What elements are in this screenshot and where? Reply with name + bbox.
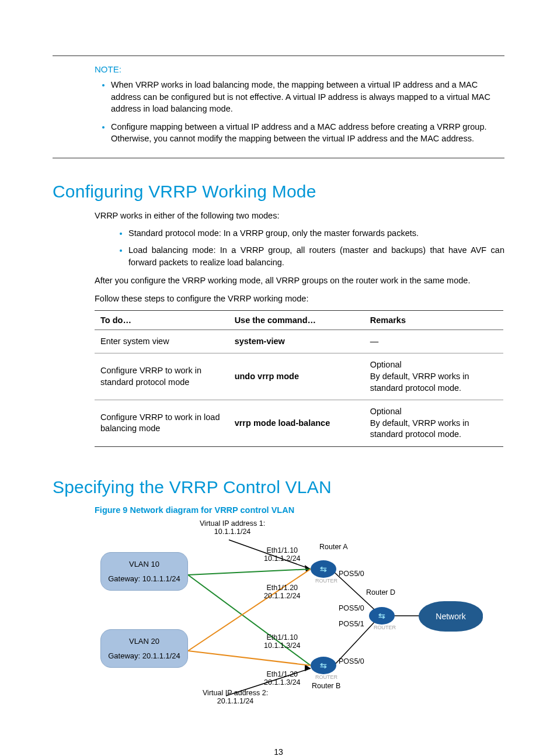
page-number: 13 [53, 747, 504, 756]
network-label: Network [436, 612, 465, 621]
router-d-icon: ⇆ [369, 607, 395, 625]
th-command: Use the command… [229, 310, 364, 330]
eth120-a-label: Eth1/1.20 20.1.1.2/24 [264, 584, 301, 601]
th-todo: To do… [95, 310, 229, 330]
vlan20-title: VLAN 20 [106, 637, 183, 646]
cell-todo: Enter system view [95, 330, 229, 353]
cell-command: system-view [229, 330, 364, 353]
after-text: After you configure the VRRP working mod… [95, 275, 504, 286]
svg-marker-3 [305, 664, 311, 671]
pos50b-label: POS5/0 [339, 657, 364, 665]
vlan10-box: VLAN 10 Gateway: 10.1.1.1/24 [100, 552, 188, 591]
vlan10-gateway: Gateway: 10.1.1.1/24 [106, 574, 183, 583]
router-under-label: ROUTER [315, 578, 337, 584]
pos50a-label: POS5/0 [339, 570, 364, 578]
command-table: To do… Use the command… Remarks Enter sy… [95, 310, 503, 447]
svg-line-7 [188, 569, 311, 575]
mode-item: Standard protocol mode: In a VRRP group,… [128, 227, 504, 240]
network-cloud: Network [419, 601, 483, 632]
intro-text: VRRP works in either of the following tw… [95, 210, 504, 221]
note-list: When VRRP works in load balancing mode, … [53, 79, 504, 145]
table-row: Configure VRRP to work in load balancing… [95, 400, 503, 447]
vlan10-title: VLAN 10 [106, 560, 183, 568]
cell-todo: Configure VRRP to work in load balancing… [95, 400, 229, 447]
cell-remarks: Optional By default, VRRP works in stand… [364, 400, 503, 447]
cell-command: undo vrrp mode [229, 353, 364, 400]
eth110-a-label: Eth1/1.10 10.1.1.2/24 [264, 546, 301, 563]
svg-marker-2 [305, 565, 311, 572]
router-a-label: Router A [319, 543, 348, 551]
note-box: NOTE: When VRRP works in load balancing … [53, 56, 504, 158]
heading-configuring-vrrp-working-mode: Configuring VRRP Working Mode [53, 182, 504, 202]
cell-command: vrrp mode load-balance [229, 400, 364, 447]
note-label: NOTE: [95, 64, 504, 74]
cell-todo: Configure VRRP to work in standard proto… [95, 353, 229, 400]
vip1-label: Virtual IP address 1: 10.1.1.1/24 [200, 519, 265, 536]
svg-line-10 [188, 651, 311, 665]
vlan20-gateway: Gateway: 20.1.1.1/24 [106, 651, 183, 660]
figure-caption: Figure 9 Network diagram for VRRP contro… [95, 505, 504, 515]
follow-text: Follow these steps to configure the VRRP… [95, 293, 504, 304]
router-a-icon: ⇆ [311, 560, 336, 578]
mode-list: Standard protocol mode: In a VRRP group,… [53, 227, 504, 269]
eth110-b-label: Eth1/1.10 10.1.1.3/24 [264, 633, 301, 650]
router-under-label: ROUTER [374, 625, 396, 630]
router-d-label: Router D [366, 588, 395, 597]
cell-remarks: — [364, 330, 503, 353]
router-b-label: Router B [312, 682, 340, 690]
heading-specifying-vrrp-control-vlan: Specifying the VRRP Control VLAN [53, 477, 504, 497]
router-b-icon: ⇆ [311, 657, 336, 674]
table-row: Configure VRRP to work in standard proto… [95, 353, 503, 400]
vip2-label: Virtual IP address 2: 20.1.1.1/24 [203, 689, 268, 706]
eth120-b-label: Eth1/1.20 20.1.1.3/24 [264, 670, 301, 687]
router-under-label: ROUTER [315, 674, 337, 680]
network-diagram: Virtual IP address 1: 10.1.1.1/24 Virtua… [95, 519, 503, 718]
pos50d-label: POS5/0 [339, 604, 364, 612]
vlan20-box: VLAN 20 Gateway: 20.1.1.1/24 [100, 629, 188, 668]
note-item: Configure mapping between a virtual IP a… [111, 121, 504, 145]
pos51d-label: POS5/1 [339, 620, 364, 628]
table-row: Enter system view system-view — [95, 330, 503, 353]
mode-item: Load balancing mode: In a VRRP group, al… [128, 244, 504, 269]
note-item: When VRRP works in load balancing mode, … [111, 79, 504, 115]
th-remarks: Remarks [364, 310, 503, 330]
cell-remarks: Optional By default, VRRP works in stand… [364, 353, 503, 400]
